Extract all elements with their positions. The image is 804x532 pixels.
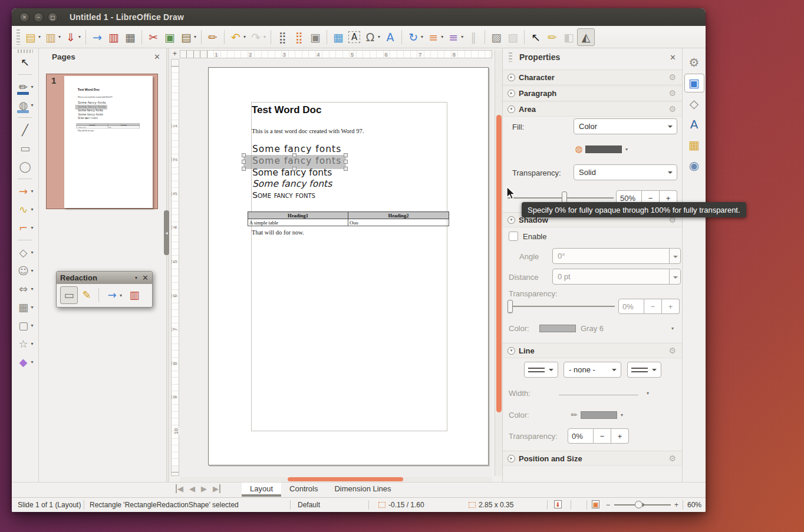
snap-to-grid-button[interactable]: ⣿ xyxy=(291,28,307,46)
select-tool[interactable]: ↖ xyxy=(18,53,32,71)
dropdown-arrow[interactable]: ▾ xyxy=(625,147,628,152)
layer-tab-layout[interactable]: Layout xyxy=(242,483,281,497)
section-options-icon[interactable]: ⚙ xyxy=(668,88,676,98)
redo-button[interactable]: ↷▾ xyxy=(248,28,268,46)
dropdown-arrow[interactable]: ▾ xyxy=(31,323,33,328)
slider-thumb[interactable] xyxy=(508,300,513,313)
dropdown-arrow[interactable]: ▾ xyxy=(31,286,33,292)
block-arrows-tool[interactable]: ⇔▾ xyxy=(16,280,34,298)
expander-icon[interactable]: ▸ xyxy=(508,74,515,81)
edit-points-button[interactable]: ↖ xyxy=(528,28,544,46)
expander-icon[interactable]: ▸ xyxy=(508,455,515,462)
dropdown-arrow[interactable]: ▾ xyxy=(421,34,423,39)
page-style-status[interactable]: Default xyxy=(298,501,320,509)
decrease-button[interactable]: − xyxy=(594,428,611,444)
doc-heading[interactable]: Test Word Doc xyxy=(252,104,321,116)
last-page-button[interactable]: ▶ xyxy=(213,484,220,493)
dropdown-arrow[interactable]: ▾ xyxy=(31,103,33,108)
previous-page-button[interactable]: ◀ xyxy=(189,484,195,493)
close-redaction-toolbar-icon[interactable]: ✕ xyxy=(142,273,149,282)
zoom-out-button[interactable]: − xyxy=(606,501,610,509)
redaction-toolbar-titlebar[interactable]: Redaction ▾ ✕ xyxy=(57,272,152,284)
line-color-tool[interactable]: ✏▾ xyxy=(16,78,34,96)
insert-image-button[interactable]: ▦ xyxy=(330,28,347,46)
new-document-button[interactable]: ▤▾ xyxy=(22,28,42,46)
shadow-enable-checkbox[interactable] xyxy=(509,232,518,241)
arrange-button[interactable]: ≡▾ xyxy=(445,28,465,46)
redacted-export-pdf-button[interactable]: ▥ xyxy=(126,286,143,304)
maximize-window-button[interactable]: ◻ xyxy=(48,12,58,22)
paragraph-section-header[interactable]: ▸Paragraph ⚙ xyxy=(503,85,682,101)
fit-slide-button[interactable]: ▣ xyxy=(592,500,599,508)
shadow-color-dropdown[interactable]: Gray 6 ▾ xyxy=(539,322,674,334)
export-pdf-button[interactable]: ▥ xyxy=(106,28,122,46)
basic-shapes-tool[interactable]: ◇▾ xyxy=(16,243,34,262)
character-section-header[interactable]: ▸Character ⚙ xyxy=(503,70,682,85)
copy-button[interactable]: ▣ xyxy=(162,28,178,46)
shapes-tab[interactable]: ◇ xyxy=(684,94,704,113)
section-options-icon[interactable]: ⚙ xyxy=(668,72,676,82)
dropdown-arrow[interactable]: ▾ xyxy=(31,189,33,194)
dropdown-arrow[interactable]: ▾ xyxy=(31,250,33,255)
vertical-scrollbar[interactable] xyxy=(495,50,502,476)
dropdown-arrow[interactable]: ▾ xyxy=(378,34,380,39)
increase-button[interactable]: + xyxy=(662,299,680,314)
transparency-type-dropdown[interactable]: Solid xyxy=(574,164,677,180)
object-size-status[interactable]: 2.85 x 0.35 xyxy=(469,501,513,509)
doc-intro[interactable]: This is a test word doc created with Wor… xyxy=(252,128,364,134)
line-style-dropdown[interactable] xyxy=(524,362,558,378)
slide-count-status[interactable]: Slide 1 of 1 (Layout) xyxy=(18,501,81,509)
3d-objects-tool[interactable]: ◆▾ xyxy=(16,353,34,371)
transformations-button[interactable]: ↻▾ xyxy=(405,28,425,46)
zoom-level-status[interactable]: 60% xyxy=(687,501,701,509)
selection-handle[interactable] xyxy=(292,153,296,157)
dropdown-arrow[interactable]: ▾ xyxy=(31,84,33,90)
horizontal-scrollbar[interactable] xyxy=(180,477,492,482)
line-ends-dropdown[interactable] xyxy=(627,362,661,378)
insert-text-box-button[interactable]: A xyxy=(347,28,362,46)
shadow-transparency-spinner[interactable]: 0% − + xyxy=(618,299,680,314)
dropdown-arrow[interactable]: ▾ xyxy=(441,34,443,39)
dropdown-arrow[interactable]: ▾ xyxy=(194,34,196,39)
undo-button[interactable]: ↶▾ xyxy=(228,28,248,46)
styles-tab[interactable]: A xyxy=(684,115,704,134)
line-color-button[interactable]: ✏ ▾ xyxy=(568,409,623,421)
drawing-page[interactable]: Test Word Doc This is a test word doc cr… xyxy=(208,67,489,465)
drawing-viewport[interactable]: Test Word Doc This is a test word doc cr… xyxy=(180,59,492,476)
dropdown-arrow[interactable]: ▾ xyxy=(31,207,33,212)
display-grid-button[interactable]: ⣿ xyxy=(274,28,291,46)
transparency-value[interactable]: 0% xyxy=(568,428,594,444)
export-button[interactable]: → xyxy=(89,28,106,46)
doc-table[interactable]: Heading1 Heading2 A simple table Ooo xyxy=(248,212,449,226)
open-button[interactable]: ▥▾ xyxy=(42,28,62,46)
redaction-menu-arrow-icon[interactable]: ▾ xyxy=(135,275,137,280)
panel-grip[interactable] xyxy=(509,52,512,62)
first-page-button[interactable]: ◀ xyxy=(176,484,183,493)
shadow-button[interactable]: ▨ xyxy=(488,28,505,46)
shadow-distance-dropdown-button[interactable] xyxy=(669,269,681,285)
ellipse-tool[interactable]: ◯ xyxy=(18,157,32,176)
redacted-export-button[interactable]: →▾ xyxy=(102,286,126,304)
dropdown-arrow[interactable]: ▾ xyxy=(120,293,122,298)
area-section-header[interactable]: ▾Area ⚙ xyxy=(503,101,682,117)
dropdown-arrow[interactable]: ▾ xyxy=(31,268,33,273)
crop-button[interactable]: ▧ xyxy=(505,28,521,46)
dropdown-arrow[interactable]: ▾ xyxy=(31,305,33,310)
line-transparency-spinner[interactable]: 0% − + xyxy=(568,428,629,444)
shadow-transparency-slider[interactable] xyxy=(508,300,615,313)
navigator-tab[interactable]: ◉ xyxy=(684,156,704,175)
fill-color-button[interactable]: ◍ ▾ xyxy=(572,143,628,155)
toolbar-grip[interactable] xyxy=(17,29,20,45)
connectors-tool[interactable]: ⌐▾ xyxy=(16,219,34,237)
flowchart-tool[interactable]: ▦▾ xyxy=(16,298,34,316)
line-width-dropdown-arrow[interactable]: ▾ xyxy=(647,391,649,396)
gluepoints-button[interactable]: ✏ xyxy=(544,28,561,46)
position-size-section-header[interactable]: ▸Position and Size ⚙ xyxy=(503,451,682,466)
table-cell[interactable]: Ooo xyxy=(348,219,449,226)
shadow-angle-dropdown-button[interactable] xyxy=(669,248,681,264)
section-options-icon[interactable]: ⚙ xyxy=(668,454,676,463)
rectangle-tool[interactable]: ▭ xyxy=(18,139,32,157)
decrease-button[interactable]: − xyxy=(644,299,662,314)
expander-icon[interactable]: ▾ xyxy=(508,347,515,355)
section-options-icon[interactable]: ⚙ xyxy=(668,104,676,114)
